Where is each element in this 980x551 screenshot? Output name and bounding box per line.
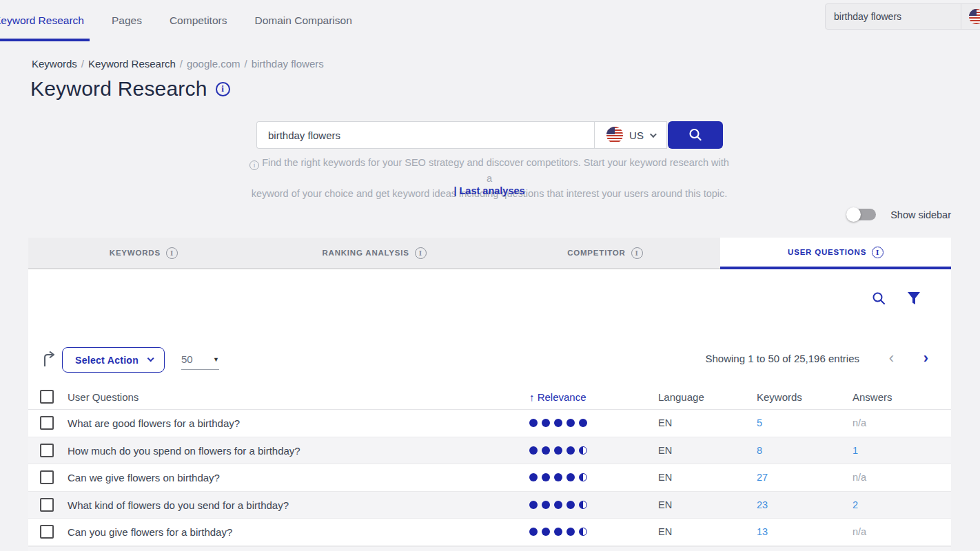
top-search-input[interactable] bbox=[826, 4, 961, 29]
select-action-dropdown[interactable]: Select Action bbox=[62, 347, 165, 373]
last-analyses-link[interactable]: | Last analyses bbox=[248, 185, 731, 196]
tab-keywords[interactable]: KEYWORDSi bbox=[28, 238, 259, 269]
relevance-dot-half bbox=[579, 446, 587, 455]
top-country-select[interactable] bbox=[961, 9, 980, 24]
page-size-select[interactable]: 50 ▼ bbox=[181, 349, 219, 370]
language-value: EN bbox=[658, 472, 672, 483]
tab-ranking-analysis[interactable]: RANKING ANALYSISi bbox=[259, 238, 490, 269]
relevance-dot-full bbox=[542, 446, 550, 455]
relevance-dots bbox=[529, 419, 587, 427]
tab-user-questions[interactable]: USER QUESTIONSi bbox=[720, 238, 951, 269]
breadcrumb-item[interactable]: birthday flowers bbox=[252, 58, 324, 70]
row-checkbox[interactable] bbox=[40, 470, 54, 484]
table-body: What are good flowers for a birthday? EN… bbox=[28, 410, 951, 551]
relevance-dot-full bbox=[529, 446, 538, 455]
info-icon[interactable]: i bbox=[872, 247, 884, 258]
relevance-dot-full bbox=[566, 528, 575, 536]
answers-count-link[interactable]: 2 bbox=[853, 499, 858, 510]
pagination-next-button[interactable]: › bbox=[923, 349, 928, 367]
column-keywords[interactable]: Keywords bbox=[757, 391, 802, 403]
table-row[interactable]: What kind of flowers do you send for a b… bbox=[28, 492, 951, 519]
nav-items: Keyword Research Pages Competitors Domai… bbox=[0, 0, 366, 41]
relevance-dots bbox=[529, 473, 587, 481]
info-icon[interactable]: i bbox=[166, 247, 178, 259]
info-icon[interactable]: i bbox=[415, 247, 427, 259]
row-checkbox[interactable] bbox=[40, 416, 54, 430]
keywords-count-link[interactable]: 5 bbox=[757, 417, 762, 428]
nav-item-label: Competitors bbox=[170, 14, 227, 27]
country-code: US bbox=[629, 129, 644, 141]
table-row[interactable]: How much do you spend on flowers for a b… bbox=[28, 437, 951, 465]
info-icon[interactable]: i bbox=[631, 247, 643, 259]
tab-competitor[interactable]: COMPETITORi bbox=[490, 238, 721, 269]
relevance-dots bbox=[529, 528, 587, 536]
language-value: EN bbox=[658, 417, 672, 428]
answers-count-link[interactable]: 1 bbox=[853, 445, 858, 456]
keywords-count-link[interactable]: 13 bbox=[757, 526, 768, 537]
breadcrumb-item[interactable]: Keyword Research bbox=[88, 58, 176, 70]
search-button[interactable] bbox=[668, 121, 723, 149]
nav-item-competitors[interactable]: Competitors bbox=[156, 0, 241, 41]
top-search bbox=[825, 3, 980, 30]
breadcrumb-item[interactable]: Keywords bbox=[32, 58, 77, 70]
us-flag-icon bbox=[969, 9, 980, 24]
relevance-dot-half bbox=[579, 528, 587, 536]
table-search-icon[interactable] bbox=[872, 291, 886, 306]
toggle-label: Show sidebar bbox=[890, 209, 951, 220]
nav-item-label: Pages bbox=[112, 14, 142, 27]
relevance-dot-full bbox=[566, 473, 575, 481]
table-header: User Questions ↑ Relevance Language Keyw… bbox=[28, 384, 951, 410]
answers-value: n/a bbox=[853, 526, 866, 537]
show-sidebar-toggle[interactable] bbox=[847, 209, 876, 220]
tab-label: RANKING ANALYSIS bbox=[322, 249, 409, 257]
table-row-partial bbox=[28, 546, 951, 551]
breadcrumb-item[interactable]: google.com bbox=[187, 58, 241, 70]
column-language[interactable]: Language bbox=[658, 391, 704, 403]
relevance-dot-full bbox=[542, 473, 550, 481]
top-navigation: Keyword Research Pages Competitors Domai… bbox=[0, 0, 980, 41]
info-icon[interactable]: i bbox=[216, 82, 230, 96]
showing-entries-text: Showing 1 to 50 of 25,196 entries bbox=[706, 353, 860, 364]
select-all-checkbox[interactable] bbox=[40, 390, 54, 404]
row-checkbox[interactable] bbox=[40, 444, 54, 457]
breadcrumb-separator: / bbox=[180, 58, 183, 70]
answers-value: n/a bbox=[853, 417, 866, 428]
relevance-dot-full bbox=[529, 473, 538, 481]
relevance-dot-full bbox=[529, 501, 538, 509]
tab-label: USER QUESTIONS bbox=[788, 248, 866, 256]
export-icon[interactable] bbox=[42, 351, 57, 371]
row-checkbox[interactable] bbox=[40, 498, 54, 512]
caret-down-icon: ▼ bbox=[213, 356, 219, 363]
keywords-count-link[interactable]: 23 bbox=[757, 499, 768, 510]
table-row[interactable]: Can you give flowers for a birthday? EN … bbox=[28, 519, 951, 546]
breadcrumb-separator: / bbox=[245, 58, 247, 70]
relevance-dot-full bbox=[566, 501, 575, 509]
question-text: Can we give flowers on birthday? bbox=[68, 472, 220, 484]
relevance-dot-half bbox=[579, 501, 587, 509]
breadcrumb-separator: / bbox=[81, 58, 84, 70]
question-text: What are good flowers for a birthday? bbox=[68, 417, 240, 429]
search-icon bbox=[688, 127, 703, 143]
table-row[interactable]: Can we give flowers on birthday? EN 27 n… bbox=[28, 464, 951, 492]
nav-item-keyword-research[interactable]: Keyword Research bbox=[0, 0, 98, 41]
relevance-dot-full bbox=[554, 528, 562, 536]
relevance-dot-full bbox=[554, 446, 562, 455]
column-relevance-sorted[interactable]: ↑ Relevance bbox=[529, 391, 586, 403]
question-text: What kind of flowers do you send for a b… bbox=[68, 499, 289, 510]
question-text: How much do you spend on flowers for a b… bbox=[68, 444, 300, 456]
column-answers[interactable]: Answers bbox=[853, 391, 892, 403]
pagination-prev-button[interactable]: ‹ bbox=[889, 349, 894, 367]
relevance-dot-full bbox=[529, 528, 538, 536]
nav-item-domain-comparison[interactable]: Domain Comparison bbox=[241, 0, 365, 41]
country-select[interactable]: US bbox=[594, 121, 667, 149]
table-row[interactable]: What are good flowers for a birthday? EN… bbox=[28, 410, 951, 437]
keywords-count-link[interactable]: 27 bbox=[757, 472, 768, 483]
nav-item-pages[interactable]: Pages bbox=[98, 0, 156, 41]
column-user-questions[interactable]: User Questions bbox=[68, 391, 139, 403]
row-checkbox[interactable] bbox=[40, 525, 54, 539]
sidebar-toggle-row: Show sidebar bbox=[847, 209, 951, 220]
filter-icon[interactable] bbox=[907, 291, 921, 306]
keywords-count-link[interactable]: 8 bbox=[757, 445, 762, 456]
keyword-input[interactable] bbox=[256, 121, 594, 149]
tab-bar: KEYWORDSi RANKING ANALYSISi COMPETITORi … bbox=[28, 238, 951, 269]
